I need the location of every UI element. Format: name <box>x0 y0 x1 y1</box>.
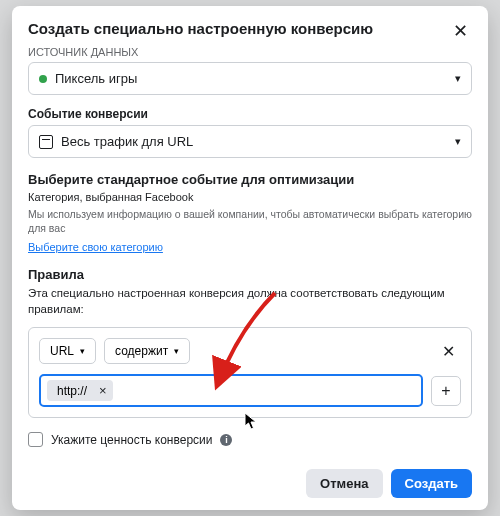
data-source-label: ИСТОЧНИК ДАННЫХ <box>28 46 472 58</box>
rules-desc: Эта специально настроенная конверсия дол… <box>28 286 472 317</box>
conversion-event-selector[interactable]: Весь трафик для URL ▾ <box>28 125 472 158</box>
chevron-down-icon: ▾ <box>80 346 85 356</box>
rule-match-select[interactable]: содержит ▾ <box>104 338 190 364</box>
rule-field-label: URL <box>50 344 74 358</box>
rule-match-label: содержит <box>115 344 168 358</box>
optimize-heading: Выберите стандартное событие для оптимиз… <box>28 172 472 187</box>
remove-token-icon[interactable]: × <box>99 383 107 398</box>
modal-header: Создать специально настроенную конверсию… <box>28 20 472 42</box>
optimize-helper: Мы используем информацию о вашей компани… <box>28 207 472 235</box>
create-button[interactable]: Создать <box>391 469 472 498</box>
url-token-text: http:// <box>57 384 87 398</box>
status-dot-icon <box>39 75 47 83</box>
modal-title: Создать специально настроенную конверсию <box>28 20 373 37</box>
url-text-input[interactable] <box>119 384 415 398</box>
url-token-input[interactable]: http:// × <box>39 374 423 407</box>
rules-container: URL ▾ содержит ▾ ✕ http:// × + <box>28 327 472 418</box>
remove-rule-icon[interactable]: ✕ <box>436 340 461 363</box>
chevron-down-icon: ▾ <box>455 135 461 148</box>
rule-value-row: http:// × + <box>39 374 461 407</box>
chevron-down-icon: ▾ <box>174 346 179 356</box>
optimize-sub: Категория, выбранная Facebook <box>28 191 472 203</box>
info-icon[interactable]: i <box>220 434 232 446</box>
conversion-value-checkbox[interactable] <box>28 432 43 447</box>
rule-field-select[interactable]: URL ▾ <box>39 338 96 364</box>
rules-heading: Правила <box>28 267 472 282</box>
pixel-name: Пиксель игры <box>55 71 137 86</box>
conversion-value-label: Укажите ценность конверсии <box>51 433 212 447</box>
cancel-button[interactable]: Отмена <box>306 469 382 498</box>
conversion-event-value: Весь трафик для URL <box>61 134 193 149</box>
close-icon[interactable]: ✕ <box>449 20 472 42</box>
modal-footer: Отмена Создать <box>28 459 472 498</box>
custom-conversion-modal: Создать специально настроенную конверсию… <box>12 6 488 510</box>
url-token: http:// × <box>47 380 113 401</box>
rule-condition-row: URL ▾ содержит ▾ ✕ <box>39 338 461 364</box>
choose-category-link[interactable]: Выберите свою категорию <box>28 241 472 253</box>
pixel-selector[interactable]: Пиксель игры ▾ <box>28 62 472 95</box>
add-rule-button[interactable]: + <box>431 376 461 406</box>
chevron-down-icon: ▾ <box>455 72 461 85</box>
conversion-value-row: Укажите ценность конверсии i <box>28 432 472 447</box>
all-traffic-icon <box>39 135 53 149</box>
conversion-event-label: Событие конверсии <box>28 107 472 121</box>
